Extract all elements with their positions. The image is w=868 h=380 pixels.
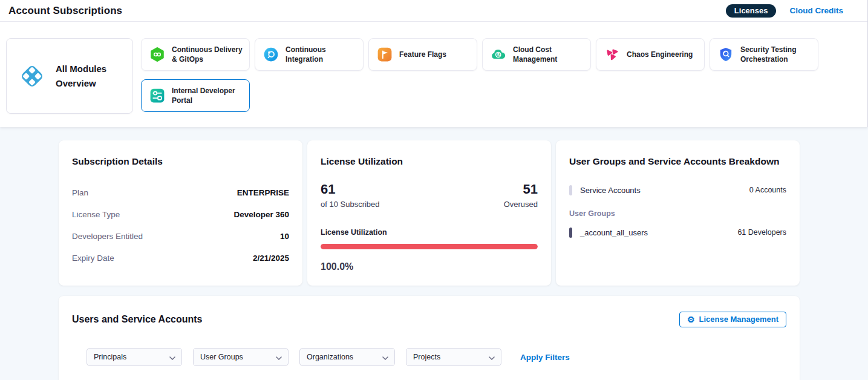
users-and-service-accounts-card: Users and Service Accounts ⚙ License Man… — [59, 296, 800, 380]
all-modules-overview-card[interactable]: All Modules Overview — [6, 38, 133, 114]
overused-count: 51 — [504, 182, 538, 197]
all-modules-overview-label: All Modules Overview — [56, 62, 124, 90]
utilization-bar-track — [321, 244, 538, 249]
idp-icon — [149, 87, 166, 104]
cd-icon — [149, 46, 166, 63]
chevron-down-icon — [489, 352, 495, 362]
principals-dropdown[interactable]: Principals — [86, 348, 182, 366]
chevron-down-icon — [169, 352, 175, 362]
row-label: Plan — [72, 188, 88, 197]
utilization-bar-fill — [321, 244, 538, 249]
sto-icon — [717, 46, 734, 63]
user-group-marker — [569, 228, 572, 238]
module-card-sto[interactable]: Security Testing Orchestration — [710, 38, 818, 71]
license-utilization-title: License Utilization — [321, 156, 538, 167]
breakdown-title: User Groups and Service Accounts Breakdo… — [569, 156, 786, 167]
all-modules-icon — [16, 61, 48, 92]
row-label: Developers Entitled — [72, 232, 143, 241]
user-groups-dropdown[interactable]: User Groups — [193, 348, 289, 366]
header-tabs: Licenses Cloud Credits — [726, 4, 843, 18]
projects-dropdown[interactable]: Projects — [406, 348, 501, 366]
utilization-bar-label: License Utilization — [321, 228, 538, 237]
dropdown-label: Principals — [94, 353, 126, 361]
tab-licenses[interactable]: Licenses — [726, 4, 777, 18]
module-label: Continuous Delivery & GitOps — [172, 45, 243, 64]
dropdown-label: Projects — [413, 353, 440, 361]
used-caption: of 10 Subscribed — [321, 200, 380, 209]
breakdown-card: User Groups and Service Accounts Breakdo… — [556, 140, 800, 286]
license-management-button[interactable]: ⚙ License Management — [679, 312, 786, 327]
module-band: All Modules Overview Continuous Delivery… — [0, 22, 867, 127]
chevron-down-icon — [382, 352, 388, 362]
module-label: Security Testing Orchestration — [740, 45, 812, 64]
subscription-row-developers-entitled: Developers Entitled 10 — [72, 225, 289, 247]
module-label: Continuous Integration — [286, 45, 357, 64]
subscription-details-card: Subscription Details Plan ENTERPRISE Lic… — [59, 140, 302, 286]
user-group-name: _account_all_users — [580, 228, 648, 237]
users-section-title: Users and Service Accounts — [72, 314, 203, 325]
used-count: 61 — [321, 182, 380, 197]
module-card-cd-gitops[interactable]: Continuous Delivery & GitOps — [141, 38, 250, 71]
module-grid: Continuous Delivery & GitOps Continuous … — [141, 38, 823, 112]
used-block: 61 of 10 Subscribed — [321, 182, 380, 209]
ci-icon — [263, 46, 279, 63]
top-section: Account Subscriptions Licenses Cloud Cre… — [0, 0, 868, 127]
dropdown-label: User Groups — [200, 353, 243, 361]
module-label: Feature Flags — [399, 50, 446, 59]
filters-row: Principals User Groups Organizations Pro… — [86, 348, 786, 366]
gear-icon: ⚙ — [687, 315, 695, 324]
row-value: ENTERPRISE — [237, 188, 289, 197]
ccm-icon: $ — [490, 46, 507, 63]
header-bar: Account Subscriptions Licenses Cloud Cre… — [0, 0, 867, 22]
row-value: Developer 360 — [233, 210, 289, 219]
license-management-label: License Management — [699, 315, 779, 324]
row-value: 10 — [280, 232, 289, 241]
service-accounts-label: Service Accounts — [580, 186, 641, 195]
subscription-details-title: Subscription Details — [72, 156, 289, 167]
row-label: License Type — [72, 210, 120, 219]
license-utilization-card: License Utilization 61 of 10 Subscribed … — [307, 140, 551, 286]
utilization-numbers: 61 of 10 Subscribed 51 Overused — [321, 182, 538, 209]
subscription-row-plan: Plan ENTERPRISE — [72, 182, 289, 203]
subscription-row-expiry-date: Expiry Date 2/21/2025 — [72, 247, 289, 269]
service-accounts-marker — [569, 185, 572, 195]
user-groups-subhead: User Groups — [569, 209, 786, 218]
module-card-ci[interactable]: Continuous Integration — [255, 38, 364, 71]
stats-row: Subscription Details Plan ENTERPRISE Lic… — [59, 140, 800, 286]
users-section-header: Users and Service Accounts ⚙ License Man… — [72, 312, 786, 327]
module-card-chaos[interactable]: Chaos Engineering — [596, 38, 705, 71]
module-label: Chaos Engineering — [627, 50, 693, 59]
overused-caption: Overused — [504, 200, 538, 209]
page-title: Account Subscriptions — [8, 5, 122, 17]
utilization-percent: 100.0% — [321, 261, 538, 272]
organizations-dropdown[interactable]: Organizations — [299, 348, 395, 366]
module-label: Internal Developer Portal — [172, 86, 243, 105]
module-label: Cloud Cost Management — [513, 45, 584, 64]
service-accounts-row: Service Accounts 0 Accounts — [569, 184, 786, 196]
overused-block: 51 Overused — [504, 182, 538, 209]
user-group-row: _account_all_users 61 Developers — [569, 226, 786, 238]
dropdown-label: Organizations — [307, 353, 353, 361]
subscription-row-license-type: License Type Developer 360 — [72, 203, 289, 225]
row-label: Expiry Date — [72, 254, 114, 263]
chevron-down-icon — [276, 352, 282, 362]
module-card-ccm[interactable]: $ Cloud Cost Management — [482, 38, 591, 71]
apply-filters-link[interactable]: Apply Filters — [520, 353, 570, 362]
tab-cloud-credits[interactable]: Cloud Credits — [789, 6, 843, 15]
module-card-idp[interactable]: Internal Developer Portal — [141, 79, 250, 112]
row-value: 2/21/2025 — [253, 254, 289, 263]
module-card-feature-flags[interactable]: Feature Flags — [368, 38, 477, 71]
chaos-icon — [604, 46, 621, 63]
feature-flags-icon — [376, 46, 393, 63]
user-group-value: 61 Developers — [737, 228, 786, 237]
service-accounts-value: 0 Accounts — [749, 186, 786, 194]
